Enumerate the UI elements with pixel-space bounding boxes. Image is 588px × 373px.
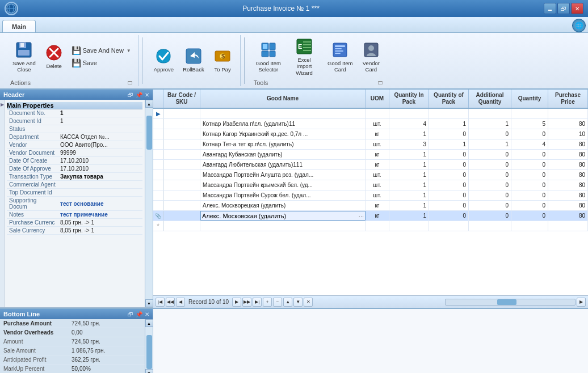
nav-next-btn[interactable]: ▶ [232,298,241,307]
bottom-panel-restore[interactable]: 🗗 [128,311,133,317]
row-qty: 0 [511,201,548,210]
table-row[interactable]: 📎 Алекс. Московская (удалить) ··· кг 1 0… [153,211,588,221]
tab-main-label: Main [12,23,26,30]
globe-button[interactable]: 🌐 [572,19,586,32]
header-panel-pin[interactable]: 📌 [136,92,142,98]
row-qty: 0 [511,190,548,200]
bottom-panel-body: Purchase Amount 724,50 грн. Vendor Overh… [0,319,145,373]
row-uom: кг [366,160,389,169]
prop-value-dept: КАССА Отдел №... [58,133,142,141]
prop-value-status [58,125,142,133]
scroll-up-btn[interactable]: ▲ [145,100,153,108]
prop-label-status: Status [7,125,58,133]
grid-body: ▶ Котнар Изабелла п\сл. (удалить)11 шт. … [153,109,588,295]
nav-first-btn[interactable]: |◀ [156,298,165,307]
save-and-new-button[interactable]: 💾 Save And New ▼ [69,45,133,56]
tab-main[interactable]: Main [2,20,36,32]
header-panel-close[interactable]: ✕ [145,92,149,98]
save-and-new-dropdown-icon: ▼ [127,48,131,53]
col-header-qty-of-pack: Quantity ofPack [429,90,469,108]
nav-prev-btn[interactable]: ◀ [176,298,185,307]
tools-group-label: Tools [254,79,268,86]
svg-rect-26 [335,45,345,47]
row-qty-in-pack: 1 [389,170,429,180]
nav-delete-btn[interactable]: − [273,298,282,307]
row-qty: 0 [511,160,548,169]
window-title: Purchase Invoice № 1 *** [18,5,544,12]
editing-good-name-cell[interactable]: Алекс. Московская (удалить) ··· [200,211,366,221]
header-panel-restore[interactable]: 🗗 [128,92,133,98]
bottom-label-purchase-amount: Purchase Amount [3,320,72,327]
close-button[interactable]: ✕ [571,3,583,14]
prop-label-notes: Notes [7,211,58,219]
row-marker-col [153,170,163,180]
svg-rect-25 [333,43,347,57]
ribbon-sep-1 [142,37,142,84]
row-add-qty: 0 [469,160,511,169]
minimize-button[interactable]: 🗕 [544,3,556,14]
col-header-marker [153,90,163,108]
save-label: Save [83,60,97,66]
prop-row-vendordoc: Vendor Document 99999 [7,149,142,157]
row-add-qty: 0 [469,180,511,190]
bottom-panel-close[interactable]: ✕ [145,311,149,317]
bottom-panel-pin[interactable]: 📌 [136,311,142,317]
table-row[interactable]: Массандра Портвейн крымский бел. (уд... … [153,180,588,190]
delete-button[interactable]: Delete [41,41,67,71]
excel-import-wizard-button[interactable]: E Excel ImportWizard [287,35,322,78]
tab-bar: Main 🌐 [0,17,588,33]
nav-next-block-btn[interactable]: ▶▶ [242,298,251,307]
vendor-card-button[interactable]: VendorCard [358,39,384,75]
header-panel-nav-arrow[interactable]: ▶ [1,102,4,107]
prop-label-topdocid: Top Document Id [7,189,58,197]
actions-group-expand[interactable]: 🗖 [128,80,132,86]
prop-value-notes: тест примечание [58,211,142,219]
svg-rect-29 [335,53,341,54]
table-row[interactable]: Массандра Портвейн Сурож бел. (удал... ш… [153,190,588,201]
header-panel-scrollbar[interactable]: ▲ ▼ [145,100,153,307]
bottom-right-area [153,309,588,373]
maximize-button[interactable]: 🗗 [557,3,570,14]
svg-rect-28 [335,50,343,52]
prop-row-purchcurr: Purchase Currenc 8,05 грн. -> 1 [7,219,142,227]
table-row[interactable]: Котнар Кагор Украинский кр.дес. 0,7л ...… [153,129,588,139]
nav-scroll-right-btn[interactable]: ▶ [577,298,586,307]
rollback-button[interactable]: RollBack [179,45,208,75]
row-qty-of-pack: 1 [429,139,469,149]
table-row[interactable]: Авангард Любительская (удалить)111 кг 1 … [153,160,588,170]
save-and-close-button[interactable]: Save AndClose [9,39,39,75]
scroll-down-btn[interactable]: ▼ [145,299,153,307]
save-button[interactable]: 💾 Save [69,57,133,69]
table-row[interactable]: Котнар Тет-а тет кр.п\сл. (удалить) шт. … [153,139,588,150]
bottom-scroll-up[interactable]: ▲ [145,319,153,327]
nav-record-text: Record 10 of 10 [188,299,229,305]
table-row[interactable]: Алекс. Москворецкая (удалить) кг 1 0 0 0… [153,201,588,211]
bottom-scroll-down[interactable]: ▼ [145,369,153,373]
nav-down-btn[interactable]: ▼ [293,298,303,307]
svg-text:E: E [298,43,302,50]
approve-button[interactable]: Approve [150,45,177,75]
row-qty: 0 [511,150,548,159]
horizontal-scrollbar[interactable] [445,299,576,306]
grid-new-row[interactable]: * [153,221,588,231]
bottom-panel-scrollbar[interactable]: ▲ ▼ [145,319,153,373]
excel-import-wizard-label: Excel ImportWizard [290,57,318,76]
topay-button[interactable]: $ To Pay [210,45,236,75]
row-price: 80 [548,211,588,221]
table-row[interactable]: Котнар Изабелла п\сл. (удалить)11 шт. 4 … [153,119,588,129]
nav-prev-block-btn[interactable]: ◀◀ [166,298,175,307]
row-goodname [200,109,366,118]
table-row[interactable]: Массандра Портвейн Алушта роз. (удал... … [153,170,588,180]
row-price: 80 [548,160,588,169]
good-item-card-button[interactable]: Good ItemCard [324,39,356,75]
row-marker-col [153,180,163,190]
bottom-panel-scroll-area: Purchase Amount 724,50 грн. Vendor Overh… [0,319,153,373]
nav-up-btn[interactable]: ▲ [283,298,292,307]
row-barcode [163,150,200,159]
table-row[interactable]: Авангард Кубанская (удалить) кг 1 0 0 0 … [153,150,588,160]
good-item-selector-button[interactable]: Good ItemSelector [253,39,284,75]
nav-last-btn[interactable]: ▶| [253,298,262,307]
nav-cancel-btn[interactable]: ✕ [304,298,313,307]
nav-add-btn[interactable]: + [263,298,272,307]
tools-group-expand[interactable]: 🗖 [378,80,383,86]
